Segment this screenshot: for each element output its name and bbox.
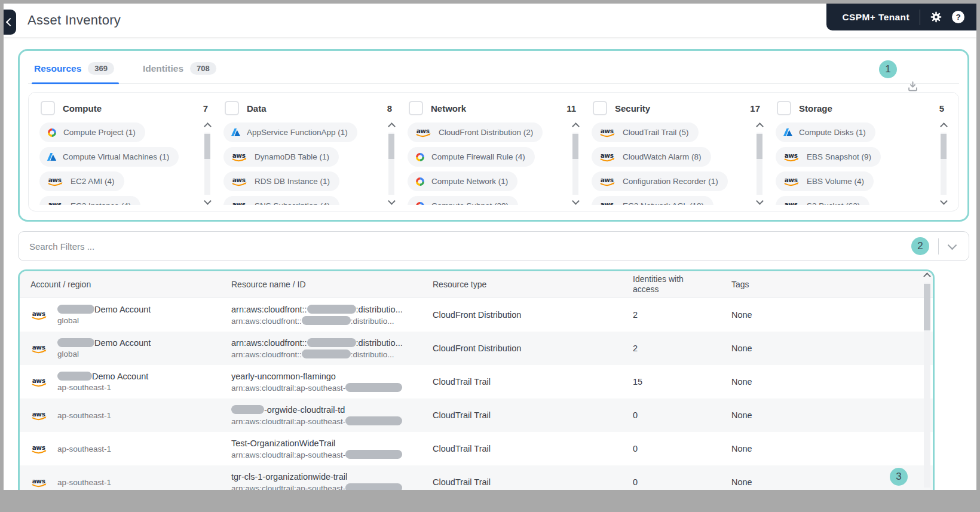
category-checkbox[interactable]: [409, 101, 423, 115]
scrollbar-thumb[interactable]: [204, 134, 210, 159]
aws-icon: aws: [47, 200, 65, 205]
aws-icon: aws: [599, 126, 617, 139]
resource-type-label: EC2 AMI (4): [71, 177, 115, 186]
scrollbar-track[interactable]: [204, 133, 210, 195]
aws-icon: aws: [30, 443, 50, 455]
scrollbar-track[interactable]: [388, 133, 394, 195]
tab-identities[interactable]: Identities 708: [140, 57, 219, 83]
svg-text:aws: aws: [416, 127, 430, 134]
category-checkbox[interactable]: [593, 101, 607, 115]
scroll-down-icon[interactable]: [572, 197, 580, 205]
resource-type-pill[interactable]: Compute Subnet (39): [408, 196, 518, 205]
resource-type-pill[interactable]: Compute Firewall Rule (4): [408, 147, 535, 167]
azure-icon: [231, 128, 241, 137]
scroll-up-icon[interactable]: [756, 122, 764, 130]
resource-type-pill[interactable]: awsEC2 Network ACL (18): [592, 196, 713, 205]
resource-type-label: DynamoDB Table (1): [255, 152, 329, 161]
resource-type-pill[interactable]: awsRDS DB Instance (1): [223, 171, 339, 191]
resource-name-cell: yearly-uncommon-flamingo arn:aws:cloudtr…: [231, 365, 433, 398]
question-icon[interactable]: ?: [952, 11, 964, 23]
scroll-up-icon[interactable]: [940, 122, 948, 130]
resource-type-pill[interactable]: Compute Project (1): [39, 122, 145, 142]
account-region: ap-southeast-1: [57, 444, 111, 453]
table-row[interactable]: aws ap-southeast-1 tgr-cls-1-organizatio…: [20, 465, 933, 490]
scrollbar-track[interactable]: [941, 133, 947, 195]
scrollbar-thumb[interactable]: [388, 134, 394, 159]
table-row[interactable]: aws ap-southeast-1 Test-OrganizationWide…: [20, 432, 933, 465]
resource-type-pill[interactable]: awsCloudTrail Trail (5): [592, 122, 699, 142]
resource-type-pill[interactable]: AppService FunctionApp (1): [223, 122, 357, 142]
resource-type-pill[interactable]: awsSNS Subscription (4): [223, 196, 339, 205]
scrollbar-track[interactable]: [757, 133, 762, 195]
scroll-down-icon[interactable]: [204, 197, 212, 205]
divider: [920, 10, 920, 25]
table-row[interactable]: aws Demo Account ap-southeast-1 yearly-u…: [20, 365, 933, 398]
resource-type-pill[interactable]: Compute Network (1): [408, 171, 517, 191]
aws-icon: aws: [231, 200, 249, 205]
resource-name-cell: -orgwide-cloudtrail-td arn:aws:cloudtrai…: [231, 398, 433, 432]
column-scrollbar[interactable]: [571, 122, 580, 205]
scrollbar-track[interactable]: [924, 283, 930, 488]
resource-type-pill[interactable]: awsCloudFront Distribution (2): [408, 122, 543, 142]
gcp-icon: [415, 201, 425, 206]
gear-icon[interactable]: [930, 11, 942, 23]
category-checkbox[interactable]: [225, 101, 239, 115]
scrollbar-thumb[interactable]: [757, 134, 762, 159]
collapse-sidebar-button[interactable]: [4, 10, 16, 35]
resource-type-pill[interactable]: awsEC2 Instance (4): [39, 196, 140, 205]
scrollbar-track[interactable]: [572, 133, 578, 195]
aws-icon: aws: [783, 200, 801, 205]
resource-type-pill[interactable]: awsDynamoDB Table (1): [223, 147, 339, 167]
column-scrollbar[interactable]: [387, 122, 396, 205]
table-row[interactable]: aws Demo Account global arn:aws:cloudfro…: [20, 298, 933, 332]
scroll-up-icon[interactable]: [923, 272, 931, 280]
svg-text:aws: aws: [48, 176, 62, 183]
scrollbar-thumb[interactable]: [924, 284, 930, 330]
scroll-up-icon[interactable]: [572, 122, 580, 130]
aws-icon: aws: [30, 409, 50, 422]
scroll-down-icon[interactable]: [388, 197, 396, 205]
account-region: global: [57, 349, 151, 358]
column-scrollbar[interactable]: [939, 122, 948, 205]
annotation-badge-2: 2: [911, 237, 929, 255]
azure-icon: [783, 128, 793, 137]
download-icon[interactable]: [906, 79, 920, 95]
account-region: ap-southeast-1: [57, 478, 111, 487]
resource-type-pill[interactable]: Compute Virtual Machines (1): [39, 147, 179, 167]
resource-type-pill[interactable]: awsEBS Volume (4): [776, 171, 874, 191]
scrollbar-thumb[interactable]: [572, 134, 578, 159]
category-checkbox[interactable]: [41, 101, 55, 115]
tab-resources[interactable]: Resources 369: [32, 57, 117, 83]
scroll-up-icon[interactable]: [388, 122, 396, 130]
resource-type-pill[interactable]: awsConfiguration Recorder (1): [592, 171, 728, 191]
resource-id: arn:aws:cloudtrail:ap-southeast-: [231, 483, 402, 490]
scroll-down-icon[interactable]: [756, 197, 764, 205]
category-item-list: Compute Disks (1)awsEBS Snapshot (9)awsE…: [776, 122, 935, 205]
resource-type-pill[interactable]: awsEBS Snapshot (9): [776, 147, 881, 167]
resource-type-pill[interactable]: Compute Disks (1): [776, 122, 875, 142]
table-row[interactable]: aws Demo Account global arn:aws:cloudfro…: [20, 332, 933, 365]
scrollbar-thumb[interactable]: [941, 134, 947, 159]
resource-type-pill[interactable]: awsS3 Bucket (62): [776, 196, 869, 205]
chevron-down-icon[interactable]: [948, 240, 957, 250]
aws-icon: aws: [599, 200, 617, 205]
scroll-down-icon[interactable]: [940, 197, 948, 205]
tab-resources-count: 369: [88, 62, 114, 75]
category-column: Data 8 AppService FunctionApp (1)awsDyna…: [218, 100, 402, 205]
category-label: Compute: [63, 103, 102, 114]
category-header: Data 8: [225, 101, 394, 115]
column-scrollbar[interactable]: [755, 122, 764, 205]
category-checkbox[interactable]: [777, 101, 791, 115]
resource-type-label: RDS DB Instance (1): [255, 177, 330, 186]
table-row[interactable]: aws ap-southeast-1 -orgwide-cloudtrail-t…: [20, 398, 933, 432]
column-scrollbar[interactable]: [203, 122, 212, 205]
scroll-up-icon[interactable]: [204, 122, 212, 130]
identities-cell: 0: [633, 398, 731, 432]
resource-type-pill[interactable]: awsCloudWatch Alarm (8): [592, 147, 711, 167]
category-header: Storage 5: [777, 101, 947, 115]
table-scrollbar[interactable]: [923, 274, 931, 490]
account-cell: aws ap-southeast-1: [30, 432, 231, 465]
redacted-text: [345, 416, 402, 425]
search-input[interactable]: [28, 241, 911, 252]
resource-type-pill[interactable]: awsEC2 AMI (4): [39, 171, 124, 191]
